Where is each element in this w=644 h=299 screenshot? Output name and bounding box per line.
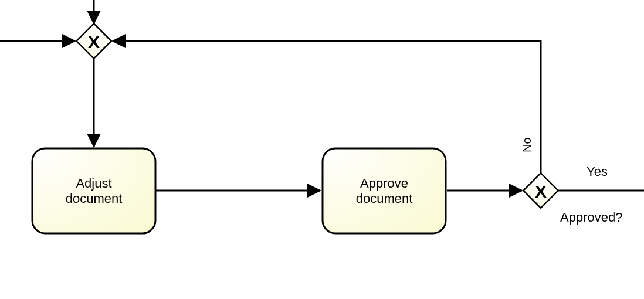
gateway-merge-marker: X bbox=[88, 32, 100, 52]
gateway-decision: X bbox=[523, 173, 558, 208]
edge-label-yes: Yes bbox=[587, 164, 608, 179]
gateway-merge: X bbox=[76, 23, 111, 58]
edge-label-no: No bbox=[520, 137, 533, 152]
gateway-decision-label: Approved? bbox=[560, 210, 622, 225]
task-approve-line1: Approve bbox=[360, 176, 408, 191]
task-approve: Approve document bbox=[323, 148, 446, 233]
task-adjust-line1: Adjust bbox=[76, 176, 111, 191]
task-adjust-line2: document bbox=[66, 191, 123, 206]
gateway-decision-marker: X bbox=[535, 182, 547, 201]
task-approve-line2: document bbox=[356, 191, 413, 206]
task-adjust: Adjust document bbox=[32, 148, 155, 233]
